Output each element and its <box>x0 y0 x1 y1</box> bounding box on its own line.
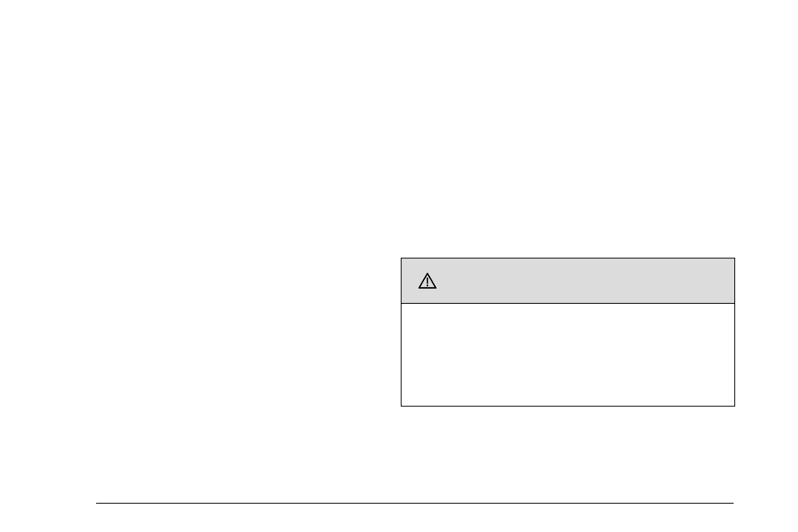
warning-icon <box>418 273 437 289</box>
svg-point-1 <box>427 284 428 286</box>
callout-box <box>401 258 735 407</box>
callout-header <box>402 258 734 304</box>
footer-divider <box>96 503 734 504</box>
callout-body <box>402 304 734 406</box>
